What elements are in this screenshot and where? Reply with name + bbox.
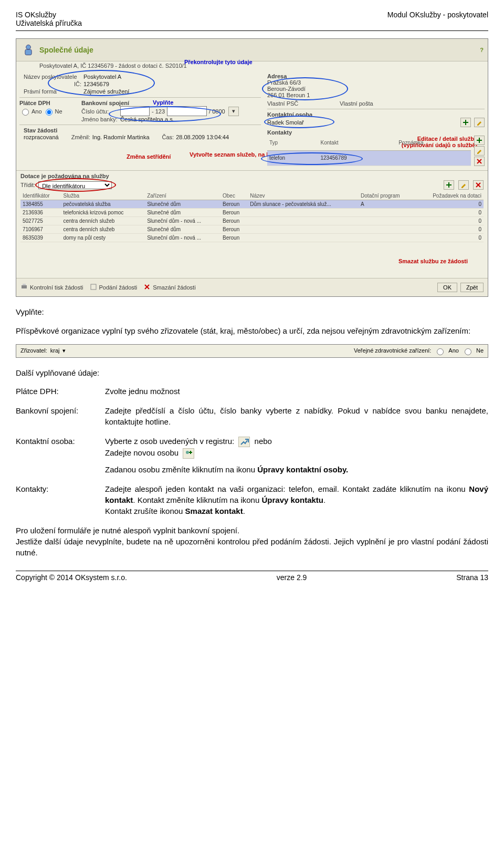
add-contact-icon[interactable] <box>474 136 485 145</box>
text-bold: Úpravy kontaktu <box>261 495 323 504</box>
group-bank: Bankovní spojení <box>81 100 261 106</box>
label-tridit: Třídit: <box>20 182 35 188</box>
link-kontrolni-tisk[interactable]: Kontrolní tisk žádosti <box>20 283 83 292</box>
label-ic: IČ: <box>24 81 81 87</box>
add-service-icon[interactable] <box>444 180 454 190</box>
group-adresa: Adresa <box>267 73 485 79</box>
label-jmeno-banky: Jméno banky: <box>81 116 118 122</box>
th-id[interactable]: Identifikátor <box>20 192 61 200</box>
chevron-down-icon[interactable]: ▾ <box>62 347 66 355</box>
bank-sep: - 123 <box>152 108 165 115</box>
edit-service-icon[interactable] <box>458 180 469 190</box>
text: Kontakt zrušíte ikonou <box>105 507 183 515</box>
value-ko-row: Vyberte z osob uvedených v registru: neb… <box>105 436 488 475</box>
text: nebo <box>255 437 272 446</box>
radio-vz-ne[interactable] <box>465 348 471 355</box>
annotation-smazat: Smazat službu ze žádosti <box>20 258 484 264</box>
back-button[interactable]: Zpět <box>460 283 484 292</box>
add-person-icon <box>183 448 194 459</box>
adresa-line3: 266 01 Beroun 1 <box>267 92 485 98</box>
help-icon[interactable]: ? <box>480 47 484 53</box>
table-row[interactable]: 5027725centra denních služebSluneční dům… <box>20 217 484 225</box>
svg-point-0 <box>26 45 31 49</box>
add-person-icon[interactable] <box>460 118 471 127</box>
table-row[interactable]: 2136936telefonická krizová pomocSlunečné… <box>20 209 484 217</box>
label-zrizovatel: Zřizovatel: <box>20 347 47 355</box>
th-pd[interactable]: Požadavek na dotaci <box>415 192 484 200</box>
delete-service-icon[interactable] <box>473 180 484 190</box>
value-bank-row: Zadejte předčíslí a číslo účtu, číslo ba… <box>105 405 488 427</box>
ok-button[interactable]: OK <box>437 283 457 292</box>
footer-mid: verze 2.9 <box>277 573 307 582</box>
th-kontakt: Kontakt <box>319 136 397 150</box>
label-dph-ano: Ano <box>32 108 42 115</box>
value-kontaktni-osoba: Radek Smolař <box>267 119 304 126</box>
label-kontrolni: Kontrolní tisk žádosti <box>30 284 83 291</box>
text-bold: Smazat kontakt <box>185 507 243 515</box>
para-vyplnte: Příspěvkové organizace vyplní typ svého … <box>16 325 488 336</box>
adresa-line1: Pražská 66/3 <box>267 79 485 86</box>
mini-app-window: Zřizovatel: kraj ▾ Veřejné zdravotnické … <box>16 344 488 358</box>
label-nazev: Název poskytovatele <box>24 74 81 80</box>
value-dph-row: Zvolte jednu možnost <box>105 386 488 397</box>
app-window: Společné údaje ? Poskytovatel A, IČ 1234… <box>16 38 488 297</box>
table-row[interactable]: telefon 123456789 <box>267 150 471 166</box>
text: Zadanou osobu změníte kliknutím na ikonu <box>105 465 255 474</box>
svg-rect-1 <box>25 49 32 55</box>
submit-icon <box>90 283 97 292</box>
th-zarizeni[interactable]: Zařízení <box>145 192 220 200</box>
radio-dph-ne[interactable] <box>46 109 52 116</box>
th-obec[interactable]: Obec <box>220 192 248 200</box>
table-row[interactable]: 7106967centra denních služebSlunečné dům… <box>20 225 484 234</box>
edit-person-icon[interactable] <box>474 118 485 127</box>
para-tail: Pro uložení formuláře je nutné alespoň v… <box>16 525 488 558</box>
value-jmeno-banky: Česká spořitelna a.s. <box>120 116 174 122</box>
app-title: Společné údaje <box>39 46 93 54</box>
text-bold: Úpravy kontaktní osoby. <box>257 465 348 474</box>
cell-typ: telefon <box>267 150 319 166</box>
label-dph-row: Plátce DPH: <box>16 386 105 397</box>
doc-title-right: Modul OKslužby - poskytovatel <box>387 11 488 19</box>
group-dph: Plátce DPH <box>19 100 77 107</box>
delete-contact-icon[interactable] <box>474 157 485 166</box>
adresa-line2: Beroun-Závodí <box>267 86 485 92</box>
value-cas: 28.08.2009 13:04:44 <box>176 134 229 140</box>
link-smazani[interactable]: Smazání žádosti <box>143 283 195 292</box>
select-icon <box>238 437 250 447</box>
label-forma: Právní forma <box>24 88 81 95</box>
svg-rect-4 <box>91 284 96 290</box>
text: . <box>243 507 245 515</box>
label-cislo-uctu: Číslo účtu: <box>81 108 118 115</box>
radio-vz-ano[interactable] <box>437 348 444 355</box>
th-sluzba[interactable]: Služba <box>61 192 145 200</box>
text: Zadejte alespoň jeden kontakt na vaši or… <box>105 484 466 493</box>
heading-vyplnte: Vyplňte: <box>16 306 488 317</box>
text: Zadejte novou osobu <box>105 448 178 457</box>
doc-title-left: IS OKslužby <box>16 11 56 19</box>
value-nazev: Poskytovatel A <box>83 74 121 80</box>
value-forma: Zájmové sdružení <box>83 88 129 95</box>
group-kontakty: Kontakty <box>267 129 485 136</box>
select-tridit[interactable]: Dle identifikátoru <box>38 181 112 189</box>
chevron-down-icon[interactable]: ▾ <box>228 107 239 116</box>
cell-kontakt: 123456789 <box>319 150 397 166</box>
th-dp[interactable]: Dotační program <box>359 192 415 200</box>
link-podani[interactable]: Podání žádosti <box>90 283 138 292</box>
footer-right: Strana 13 <box>456 573 488 582</box>
input-ucet-num[interactable] <box>167 106 207 116</box>
th-typ: Typ <box>267 136 319 150</box>
edit-contact-icon[interactable] <box>474 146 485 156</box>
label-bank-row: Bankovní spojení: <box>16 405 105 416</box>
th-poznamka: Poznámka <box>396 136 471 150</box>
table-row[interactable]: 8635039domy na půl cestySluneční dům - n… <box>20 234 484 242</box>
table-row[interactable]: 1384855pečovatelská službaSlunečné důmBe… <box>20 200 484 209</box>
th-nazev[interactable]: Název <box>248 192 359 200</box>
value-zmenil: Ing. Radomír Martinka <box>92 134 150 140</box>
input-ucet-pre[interactable] <box>120 106 150 116</box>
value-ic: 12345679 <box>83 81 109 87</box>
print-icon <box>20 283 28 292</box>
label-dph-ne: Ne <box>55 108 62 115</box>
label-kt-row: Kontakty: <box>16 483 105 494</box>
radio-dph-ano[interactable] <box>22 109 29 116</box>
text: Vyberte z osob uvedených v registru: <box>105 437 234 446</box>
